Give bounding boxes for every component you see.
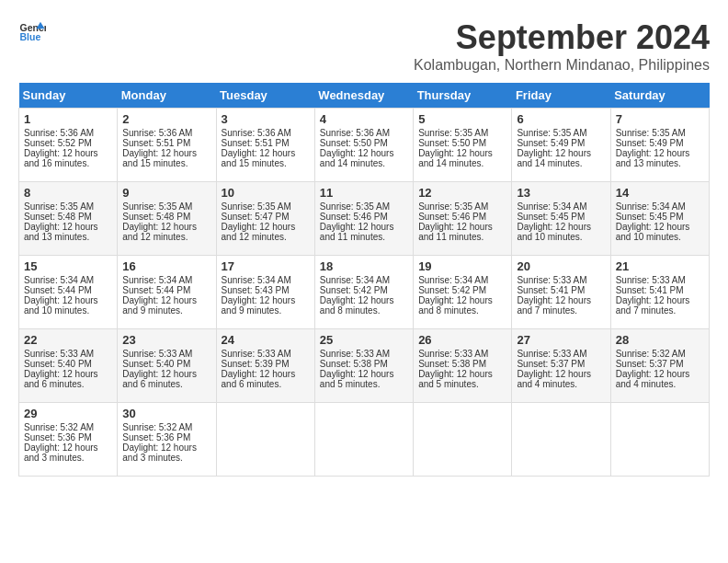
col-thursday: Thursday (414, 83, 512, 109)
daylight-text: Daylight: 12 hours and 12 minutes. (122, 222, 197, 242)
sunrise-text: Sunrise: 5:34 AM (418, 275, 488, 285)
calendar-cell: 22 Sunrise: 5:33 AM Sunset: 5:40 PM Dayl… (19, 329, 118, 403)
sunset-text: Sunset: 5:50 PM (320, 138, 388, 148)
sunrise-text: Sunrise: 5:33 AM (24, 349, 94, 359)
col-tuesday: Tuesday (216, 83, 314, 109)
sunset-text: Sunset: 5:49 PM (517, 138, 585, 148)
day-number: 19 (418, 259, 506, 273)
day-number: 4 (320, 112, 408, 126)
sunrise-text: Sunrise: 5:36 AM (24, 128, 94, 138)
sunset-text: Sunset: 5:37 PM (517, 359, 585, 369)
calendar-cell (610, 403, 709, 477)
calendar-week-row: 8 Sunrise: 5:35 AM Sunset: 5:48 PM Dayli… (19, 182, 710, 256)
day-number: 5 (418, 112, 506, 126)
day-number: 16 (122, 259, 210, 273)
daylight-text: Daylight: 12 hours and 8 minutes. (418, 295, 493, 316)
calendar-cell (216, 403, 314, 477)
sunrise-text: Sunrise: 5:35 AM (616, 128, 686, 138)
daylight-text: Daylight: 12 hours and 13 minutes. (24, 222, 98, 242)
sunset-text: Sunset: 5:39 PM (222, 359, 290, 369)
calendar-cell: 15 Sunrise: 5:34 AM Sunset: 5:44 PM Dayl… (19, 256, 118, 329)
day-number: 10 (222, 186, 310, 200)
calendar-week-row: 1 Sunrise: 5:36 AM Sunset: 5:52 PM Dayli… (19, 109, 710, 182)
sunrise-text: Sunrise: 5:33 AM (320, 349, 390, 359)
calendar-cell: 21 Sunrise: 5:33 AM Sunset: 5:41 PM Dayl… (610, 256, 709, 329)
sunset-text: Sunset: 5:49 PM (616, 138, 684, 148)
calendar-cell: 7 Sunrise: 5:35 AM Sunset: 5:49 PM Dayli… (610, 109, 709, 182)
day-number: 22 (24, 333, 112, 347)
month-year-title: September 2024 (414, 18, 710, 57)
daylight-text: Daylight: 12 hours and 15 minutes. (222, 148, 296, 168)
sunset-text: Sunset: 5:46 PM (320, 212, 388, 222)
daylight-text: Daylight: 12 hours and 11 minutes. (418, 222, 493, 242)
calendar-week-row: 15 Sunrise: 5:34 AM Sunset: 5:44 PM Dayl… (19, 256, 710, 329)
day-number: 24 (222, 333, 310, 347)
sunset-text: Sunset: 5:46 PM (418, 212, 486, 222)
calendar-cell: 25 Sunrise: 5:33 AM Sunset: 5:38 PM Dayl… (314, 329, 413, 403)
daylight-text: Daylight: 12 hours and 4 minutes. (616, 369, 690, 389)
calendar-cell (414, 403, 512, 477)
day-number: 27 (517, 333, 605, 347)
calendar-cell: 4 Sunrise: 5:36 AM Sunset: 5:50 PM Dayli… (314, 109, 413, 182)
daylight-text: Daylight: 12 hours and 7 minutes. (517, 295, 591, 316)
day-number: 6 (517, 112, 605, 126)
daylight-text: Daylight: 12 hours and 14 minutes. (418, 148, 493, 168)
daylight-text: Daylight: 12 hours and 9 minutes. (122, 295, 197, 316)
day-number: 2 (122, 112, 210, 126)
day-number: 20 (517, 259, 605, 273)
daylight-text: Daylight: 12 hours and 7 minutes. (616, 295, 690, 316)
daylight-text: Daylight: 12 hours and 16 minutes. (24, 148, 98, 168)
sunrise-text: Sunrise: 5:35 AM (122, 201, 192, 212)
calendar-cell: 26 Sunrise: 5:33 AM Sunset: 5:38 PM Dayl… (414, 329, 512, 403)
daylight-text: Daylight: 12 hours and 8 minutes. (320, 295, 394, 316)
logo: General Blue (18, 18, 46, 46)
daylight-text: Daylight: 12 hours and 14 minutes. (320, 148, 394, 168)
col-wednesday: Wednesday (314, 83, 413, 109)
day-number: 18 (320, 259, 408, 273)
day-number: 29 (24, 407, 112, 420)
day-number: 21 (616, 259, 704, 273)
sunrise-text: Sunrise: 5:34 AM (222, 275, 291, 285)
sunset-text: Sunset: 5:45 PM (616, 212, 684, 222)
calendar-cell: 3 Sunrise: 5:36 AM Sunset: 5:51 PM Dayli… (216, 109, 314, 182)
daylight-text: Daylight: 12 hours and 5 minutes. (418, 369, 493, 389)
daylight-text: Daylight: 12 hours and 6 minutes. (222, 369, 296, 389)
sunset-text: Sunset: 5:52 PM (24, 138, 92, 148)
sunset-text: Sunset: 5:50 PM (418, 138, 486, 148)
sunrise-text: Sunrise: 5:33 AM (222, 349, 291, 359)
daylight-text: Daylight: 12 hours and 11 minutes. (320, 222, 394, 242)
calendar-cell (512, 403, 610, 477)
daylight-text: Daylight: 12 hours and 10 minutes. (517, 222, 591, 242)
sunrise-text: Sunrise: 5:34 AM (517, 201, 586, 212)
sunrise-text: Sunrise: 5:34 AM (616, 201, 686, 212)
daylight-text: Daylight: 12 hours and 3 minutes. (122, 442, 197, 463)
sunset-text: Sunset: 5:51 PM (222, 138, 290, 148)
sunset-text: Sunset: 5:41 PM (517, 285, 585, 295)
sunrise-text: Sunrise: 5:33 AM (418, 349, 488, 359)
sunset-text: Sunset: 5:42 PM (320, 285, 388, 295)
calendar-cell: 19 Sunrise: 5:34 AM Sunset: 5:42 PM Dayl… (414, 256, 512, 329)
col-monday: Monday (118, 83, 216, 109)
day-number: 23 (122, 333, 210, 347)
daylight-text: Daylight: 12 hours and 10 minutes. (24, 295, 98, 316)
logo-icon: General Blue (18, 18, 46, 46)
day-number: 28 (616, 333, 704, 347)
calendar-cell: 29 Sunrise: 5:32 AM Sunset: 5:36 PM Dayl… (19, 403, 118, 477)
daylight-text: Daylight: 12 hours and 14 minutes. (517, 148, 591, 168)
sunrise-text: Sunrise: 5:35 AM (517, 128, 586, 138)
header: General Blue September 2024 Kolambugan, … (18, 18, 710, 74)
calendar-cell: 6 Sunrise: 5:35 AM Sunset: 5:49 PM Dayli… (512, 109, 610, 182)
sunrise-text: Sunrise: 5:33 AM (616, 275, 686, 285)
calendar-cell: 2 Sunrise: 5:36 AM Sunset: 5:51 PM Dayli… (118, 109, 216, 182)
calendar-week-row: 29 Sunrise: 5:32 AM Sunset: 5:36 PM Dayl… (19, 403, 710, 477)
calendar-cell: 8 Sunrise: 5:35 AM Sunset: 5:48 PM Dayli… (19, 182, 118, 256)
day-number: 17 (222, 259, 310, 273)
sunset-text: Sunset: 5:51 PM (122, 138, 190, 148)
sunrise-text: Sunrise: 5:32 AM (122, 422, 192, 432)
day-number: 7 (616, 112, 704, 126)
calendar-cell: 24 Sunrise: 5:33 AM Sunset: 5:39 PM Dayl… (216, 329, 314, 403)
sunrise-text: Sunrise: 5:35 AM (24, 201, 94, 212)
sunset-text: Sunset: 5:40 PM (122, 359, 190, 369)
calendar-cell: 17 Sunrise: 5:34 AM Sunset: 5:43 PM Dayl… (216, 256, 314, 329)
sunset-text: Sunset: 5:41 PM (616, 285, 684, 295)
